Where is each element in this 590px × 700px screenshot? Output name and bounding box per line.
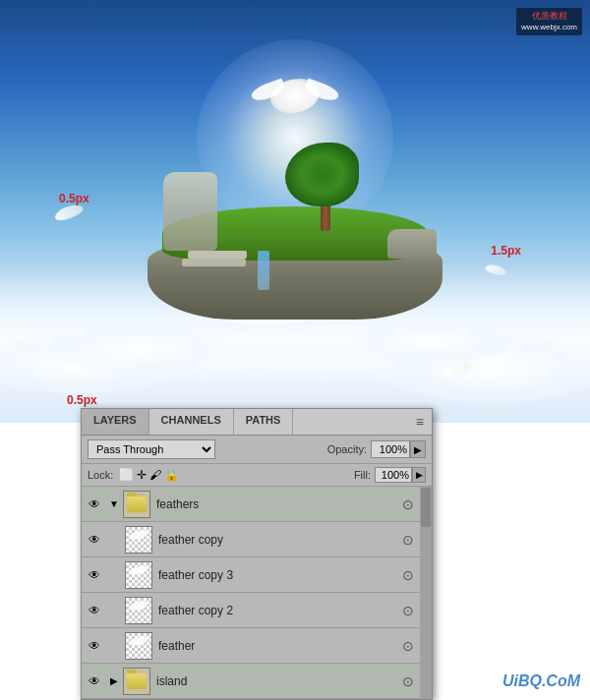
layer-thumb-feather-copy-3	[125, 561, 152, 589]
feather-label-1: 0.5px	[59, 192, 89, 205]
watermark-line1: 优质教程	[521, 11, 577, 23]
canvas-area: 0.5px 1.5px 0.5px 4.5px 优质教程 www.webjx.c…	[0, 0, 590, 423]
expand-feathers[interactable]: ▼	[107, 497, 121, 511]
expand-island[interactable]: ▶	[107, 674, 121, 688]
feather-thumb-img	[126, 527, 151, 553]
layer-row-feathers-group[interactable]: 👁 ▼ feathers ⊙	[82, 487, 420, 522]
cloud-puff	[354, 320, 511, 364]
panel-tabs: LAYERS CHANNELS PATHS ≡	[82, 409, 432, 436]
layer-name-feather-copy-3: feather copy 3	[158, 568, 400, 582]
opacity-input[interactable]: 100%	[371, 440, 410, 458]
blend-mode-select[interactable]: Pass Through Normal Multiply Screen	[88, 439, 215, 459]
waterfall	[258, 251, 269, 290]
eye-icon-feather-copy-2[interactable]: 👁	[86, 604, 103, 617]
tree-canopy	[285, 143, 359, 206]
eye-icon-feather[interactable]: 👁	[86, 639, 103, 653]
layers-scrollbar[interactable]	[420, 487, 432, 699]
layer-thumb-island	[123, 668, 150, 695]
tab-paths[interactable]: PATHS	[234, 409, 294, 435]
layers-panel: LAYERS CHANNELS PATHS ≡ Pass Through Nor…	[81, 408, 433, 700]
fill-arrow[interactable]: ▶	[412, 467, 426, 483]
layer-options-feather-copy[interactable]: ⊙	[400, 532, 416, 548]
lock-move-icon[interactable]: ✛	[137, 468, 147, 482]
lock-paint-icon[interactable]: 🖌	[149, 468, 161, 482]
feather-thumb-img-3	[126, 598, 151, 623]
eye-icon-feather-copy-3[interactable]: 👁	[86, 568, 103, 582]
layer-thumb-feather	[125, 632, 152, 660]
panel-menu-button[interactable]: ≡	[408, 409, 432, 435]
steps-1	[188, 251, 247, 259]
tab-channels[interactable]: CHANNELS	[149, 409, 234, 435]
folder-icon-island	[127, 673, 147, 689]
layer-options-feather-copy-3[interactable]: ⊙	[400, 567, 416, 583]
layers-list: 👁 ▼ feathers ⊙ 👁 feather copy ⊙ 👁	[82, 487, 432, 699]
layer-name-island: island	[156, 674, 400, 688]
tab-layers[interactable]: LAYERS	[82, 409, 149, 435]
watermark-line2: www.webjx.com	[521, 23, 577, 32]
statue	[163, 172, 217, 251]
layer-thumb-feather-copy	[125, 526, 152, 554]
layer-row-island-group[interactable]: 👁 ▶ island ⊙	[82, 664, 420, 699]
layer-name-feather-copy: feather copy	[158, 533, 400, 547]
feather-label-2: 1.5px	[491, 244, 521, 258]
layer-row-feather-copy-2[interactable]: 👁 feather copy 2 ⊙	[82, 593, 420, 628]
layer-row-feather[interactable]: 👁 feather ⊙	[82, 628, 420, 664]
rock-right	[387, 229, 437, 259]
layer-thumb-feathers	[123, 491, 150, 518]
layer-thumb-feather-copy-2	[125, 597, 152, 624]
fill-label: Fill:	[354, 469, 371, 481]
watermark: 优质教程 www.webjx.com	[516, 8, 582, 35]
layer-name-feather: feather	[158, 639, 400, 653]
fill-input[interactable]	[375, 467, 412, 483]
lock-dotted-icon[interactable]: ⬜	[119, 468, 134, 482]
lock-label: Lock:	[88, 469, 113, 481]
layer-name-feather-copy-2: feather copy 2	[158, 604, 400, 617]
cloud-puff	[49, 324, 226, 374]
layer-options-feathers[interactable]: ⊙	[400, 496, 416, 512]
folder-icon	[127, 496, 147, 512]
steps-2	[182, 259, 246, 266]
feather-label-3: 0.5px	[67, 393, 97, 407]
eye-icon-island[interactable]: 👁	[86, 674, 103, 688]
layer-row-feather-copy-3[interactable]: 👁 feather copy 3 ⊙	[82, 557, 420, 593]
feather-thumb-img-2	[126, 562, 151, 588]
eye-icon-feather-copy[interactable]: 👁	[86, 533, 103, 547]
layer-name-feathers: feathers	[156, 497, 400, 511]
lock-all-icon[interactable]: 🔒	[164, 468, 179, 482]
opacity-label: Opacity:	[327, 443, 367, 455]
layer-options-island[interactable]: ⊙	[400, 673, 416, 689]
scrollbar-thumb[interactable]	[421, 488, 431, 527]
layer-options-feather[interactable]: ⊙	[400, 638, 416, 654]
blend-opacity-row: Pass Through Normal Multiply Screen Opac…	[82, 436, 432, 464]
feather-thumb-img-4	[126, 633, 151, 659]
island-container	[138, 192, 452, 320]
uibq-watermark: UiBQ.CoM	[502, 672, 580, 690]
layer-options-feather-copy-2[interactable]: ⊙	[400, 603, 416, 618]
eye-icon-feathers[interactable]: 👁	[86, 497, 103, 511]
lock-row: Lock: ⬜ ✛ 🖌 🔒 Fill: ▶	[82, 464, 432, 487]
opacity-container: Opacity: 100% ▶	[327, 440, 426, 458]
layer-row-feather-copy[interactable]: 👁 feather copy ⊙	[82, 522, 420, 557]
opacity-arrow[interactable]: ▶	[410, 440, 426, 458]
